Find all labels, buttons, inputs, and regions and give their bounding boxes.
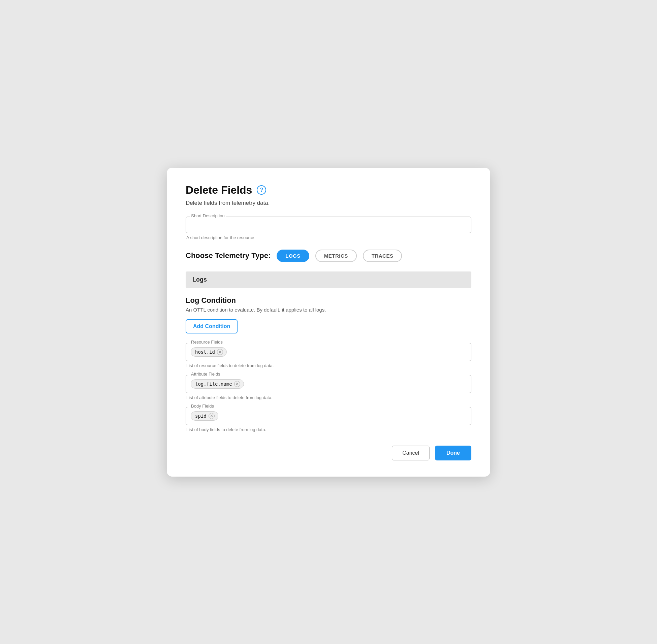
modal-container: Delete Fields ? Delete fields from telem… [167, 168, 490, 477]
body-fields-group: Body Fields spid ✕ List of body fields t… [186, 407, 471, 432]
short-description-label: Short Description [190, 213, 226, 218]
body-field-tag-0-remove[interactable]: ✕ [208, 413, 214, 419]
resource-field-tag-0: host.id ✕ [191, 347, 227, 357]
help-icon[interactable]: ? [257, 185, 266, 195]
log-condition-description: An OTTL condition to evaluate. By defaul… [186, 307, 471, 313]
short-description-input[interactable] [186, 216, 471, 233]
footer-actions: Cancel Done [186, 445, 471, 460]
attribute-field-tag-0-remove[interactable]: ✕ [234, 381, 240, 387]
modal-title: Delete Fields [186, 184, 252, 197]
add-condition-button[interactable]: Add Condition [186, 319, 237, 334]
done-button[interactable]: Done [435, 445, 471, 460]
resource-fields-label: Resource Fields [190, 340, 224, 345]
resource-fields-hint: List of resource fields to delete from l… [186, 363, 471, 368]
telemetry-btn-traces[interactable]: TRACES [363, 250, 402, 262]
resource-fields-group: Resource Fields host.id ✕ List of resour… [186, 343, 471, 368]
attribute-field-tag-0: log.file.name ✕ [191, 379, 244, 389]
section-header: Logs [186, 272, 471, 288]
attribute-fields-hint: List of attribute fields to delete from … [186, 395, 471, 400]
body-fields-label: Body Fields [190, 404, 215, 409]
log-condition-section: Log Condition An OTTL condition to evalu… [186, 296, 471, 343]
body-fields-input-box[interactable]: spid ✕ [186, 407, 471, 425]
cancel-button[interactable]: Cancel [392, 445, 430, 460]
resource-fields-input-box[interactable]: host.id ✕ [186, 343, 471, 361]
resource-field-tag-0-remove[interactable]: ✕ [217, 349, 223, 355]
short-description-hint: A short description for the resource [186, 235, 471, 240]
modal-title-row: Delete Fields ? [186, 184, 471, 197]
short-description-group: Short Description A short description fo… [186, 216, 471, 240]
telemetry-btn-logs[interactable]: LOGS [277, 250, 309, 262]
attribute-fields-input-box[interactable]: log.file.name ✕ [186, 375, 471, 393]
attribute-fields-group: Attribute Fields log.file.name ✕ List of… [186, 375, 471, 400]
log-condition-title: Log Condition [186, 296, 471, 305]
telemetry-type-label: Choose Telemetry Type: [186, 251, 271, 260]
telemetry-type-row: Choose Telemetry Type: LOGS METRICS TRAC… [186, 250, 471, 262]
attribute-fields-label: Attribute Fields [190, 371, 222, 376]
telemetry-btn-metrics[interactable]: METRICS [315, 250, 357, 262]
body-fields-hint: List of body fields to delete from log d… [186, 427, 471, 432]
body-field-tag-0: spid ✕ [191, 411, 218, 421]
modal-subtitle: Delete fields from telemetry data. [186, 200, 471, 206]
